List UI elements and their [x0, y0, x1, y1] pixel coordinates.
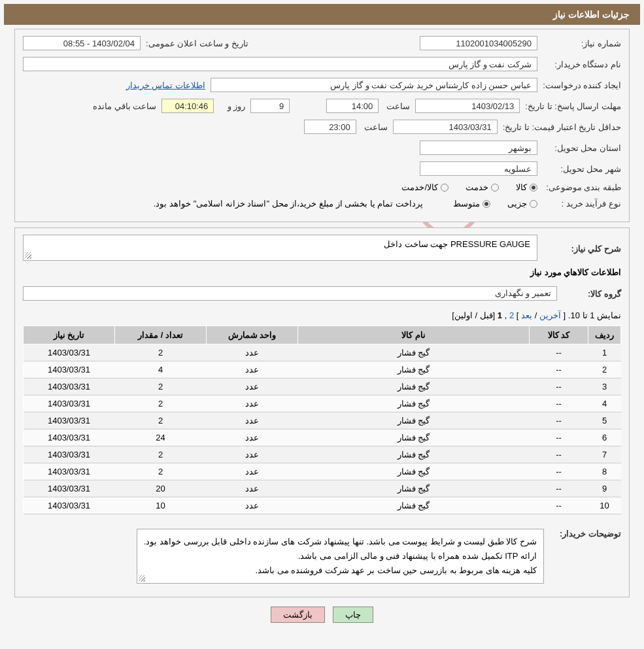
label-general-desc: شرح کلي نياز:: [543, 244, 621, 254]
cell-code: --: [530, 446, 588, 463]
resize-grip-icon[interactable]: [25, 252, 31, 259]
radio-medium-icon: [483, 200, 490, 208]
need-details-panel: شرح کلي نياز: PRESSURE GAUGE جهت ساخت دا…: [14, 227, 630, 597]
cell-name: گیج فشار: [298, 429, 530, 446]
cell-unit: عدد: [207, 361, 298, 378]
cell-qty: 24: [115, 429, 207, 446]
goods-group-value: تعمیر و نگهداری: [23, 286, 557, 301]
cell-row: 8: [588, 463, 621, 480]
cell-date: 1403/03/31: [24, 378, 115, 395]
label-announce-dt: تاریخ و ساعت اعلان عمومی:: [146, 39, 248, 48]
cell-row: 10: [588, 497, 621, 514]
label-province: استان محل تحویل:: [543, 143, 621, 153]
pager: نمایش 1 تا 10. [ آخرین / بعد ] 2 , 1 [قب…: [23, 310, 621, 320]
page-title: جزئیات اطلاعات نیاز: [4, 4, 640, 25]
radio-medium[interactable]: متوسط: [453, 199, 490, 208]
province-value: بوشهر: [420, 141, 537, 155]
cell-qty: 2: [115, 378, 207, 395]
need-no-value: 1102001034005290: [420, 36, 537, 50]
cell-date: 1403/03/31: [24, 429, 115, 446]
cell-qty: 2: [115, 463, 207, 480]
label-requester: ایجاد کننده درخواست:: [543, 80, 621, 90]
cell-name: گیج فشار: [298, 344, 530, 361]
cell-row: 5: [588, 412, 621, 429]
radio-goods-service-icon: [441, 184, 449, 191]
cell-code: --: [530, 395, 588, 412]
remain-time-value: 04:10:46: [161, 99, 214, 113]
label-buyer-notes: توضیحات خریدار:: [549, 529, 621, 539]
validity-date-value: 1403/03/31: [393, 120, 498, 134]
cell-name: گیج فشار: [298, 395, 530, 412]
validity-time-value: 23:00: [304, 120, 356, 134]
back-button[interactable]: بازگشت: [271, 607, 325, 623]
cell-unit: عدد: [207, 395, 298, 412]
pager-page-2[interactable]: 2: [509, 310, 514, 320]
th-date: تاریخ نیاز: [24, 326, 115, 344]
pager-last[interactable]: آخرین: [539, 310, 561, 320]
label-hour-1: ساعت: [384, 101, 410, 111]
general-desc-value: PRESSURE GAUGE جهت ساخت داخل: [23, 235, 537, 261]
pager-prev-first: [قبل / اولین]: [452, 310, 495, 320]
label-need-no: شماره نیاز:: [543, 39, 621, 48]
resize-grip-icon[interactable]: [139, 575, 145, 582]
cell-date: 1403/03/31: [24, 412, 115, 429]
payment-note: پرداخت تمام یا بخشی از مبلغ خرید،از محل …: [154, 199, 423, 208]
radio-minor[interactable]: جزیی: [507, 199, 537, 208]
cell-qty: 20: [115, 480, 207, 497]
th-unit: واحد شمارش: [207, 326, 298, 344]
label-reply-deadline: مهلت ارسال پاسخ: تا تاریخ:: [525, 101, 621, 111]
table-row: 5--گیج فشارعدد21403/03/31: [24, 412, 621, 429]
pager-next[interactable]: بعد: [521, 310, 532, 320]
buyer-contact-link[interactable]: اطلاعات تماس خریدار: [126, 80, 205, 90]
radio-service[interactable]: خدمت: [466, 182, 499, 192]
cell-qty: 2: [115, 344, 207, 361]
cell-unit: عدد: [207, 463, 298, 480]
buyer-org-value: شرکت نفت و گاز پارس: [23, 57, 537, 71]
cell-qty: 2: [115, 395, 207, 412]
radio-goods-icon: [530, 184, 537, 191]
cell-name: گیج فشار: [298, 446, 530, 463]
th-name: نام کالا: [298, 326, 530, 344]
radio-goods[interactable]: کالا: [516, 182, 537, 192]
table-row: 10--گیج فشارعدد101403/03/31: [24, 497, 621, 514]
cell-code: --: [530, 344, 588, 361]
label-min-price-validity: حداقل تاریخ اعتبار قیمت: تا تاریخ:: [503, 122, 621, 132]
label-days-and: روز و: [219, 101, 245, 111]
radio-goods-service[interactable]: کالا/خدمت: [401, 182, 449, 192]
cell-unit: عدد: [207, 429, 298, 446]
announce-dt-value: 1403/02/04 - 08:55: [23, 36, 141, 50]
cell-row: 3: [588, 378, 621, 395]
cell-name: گیج فشار: [298, 463, 530, 480]
label-goods-group: گروه کالا:: [562, 289, 621, 299]
table-row: 4--گیج فشارعدد21403/03/31: [24, 395, 621, 412]
cell-name: گیج فشار: [298, 412, 530, 429]
cell-code: --: [530, 463, 588, 480]
cell-qty: 4: [115, 361, 207, 378]
th-code: کد کالا: [530, 326, 588, 344]
cell-row: 1: [588, 344, 621, 361]
cell-name: گیج فشار: [298, 378, 530, 395]
cell-unit: عدد: [207, 378, 298, 395]
table-row: 6--گیج فشارعدد241403/03/31: [24, 429, 621, 446]
cell-row: 9: [588, 480, 621, 497]
reply-time-value: 14:00: [326, 99, 379, 113]
cell-unit: عدد: [207, 344, 298, 361]
goods-info-title: اطلاعات کالاهاي مورد نياز: [23, 267, 621, 277]
cell-date: 1403/03/31: [24, 446, 115, 463]
cell-row: 6: [588, 429, 621, 446]
pager-page-1: 1: [498, 310, 502, 320]
remain-days-value: 9: [250, 99, 290, 113]
table-row: 2--گیج فشارعدد41403/03/31: [24, 361, 621, 378]
th-row: ردیف: [588, 326, 621, 344]
cell-code: --: [530, 497, 588, 514]
cell-code: --: [530, 361, 588, 378]
label-hour-2: ساعت: [362, 122, 388, 132]
table-row: 1--گیج فشارعدد21403/03/31: [24, 344, 621, 361]
label-city: شهر محل تحویل:: [543, 164, 621, 174]
cell-qty: 2: [115, 412, 207, 429]
items-table: ردیف کد کالا نام کالا واحد شمارش تعداد /…: [23, 325, 621, 514]
label-time-remaining: ساعت باقي مانده: [93, 101, 156, 111]
radio-service-icon: [491, 184, 499, 191]
print-button[interactable]: چاپ: [333, 607, 373, 623]
cell-date: 1403/03/31: [24, 497, 115, 514]
